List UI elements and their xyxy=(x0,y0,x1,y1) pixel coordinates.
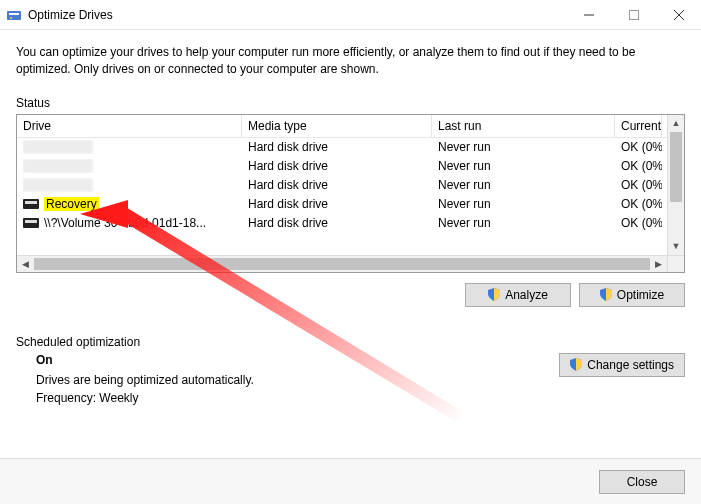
current-status: OK (0% f xyxy=(615,216,662,230)
drive-icon xyxy=(23,199,39,209)
scroll-thumb-vertical[interactable] xyxy=(670,132,682,202)
svg-rect-4 xyxy=(629,10,638,19)
shield-icon xyxy=(600,288,612,301)
scheduled-freq: Frequency: Weekly xyxy=(36,391,254,405)
drive-name: Recovery xyxy=(44,197,99,211)
scroll-thumb-horizontal[interactable] xyxy=(34,258,650,270)
table-row[interactable]: \\?\Volume 30-4b0d-01d1-18...Hard disk d… xyxy=(17,214,684,233)
table-row[interactable]: Hard disk driveNever runOK (0% f xyxy=(17,157,684,176)
footer: Close xyxy=(0,458,701,504)
scheduled-state: On xyxy=(36,353,254,367)
media-type: Hard disk drive xyxy=(242,216,432,230)
close-footer-button[interactable]: Close xyxy=(599,470,685,494)
close-button[interactable] xyxy=(656,0,701,29)
app-icon xyxy=(6,7,22,23)
vertical-scrollbar[interactable]: ▲ ▼ xyxy=(667,115,684,255)
status-label: Status xyxy=(16,96,685,110)
table-row[interactable]: Hard disk driveNever runOK (0% f xyxy=(17,138,684,157)
scroll-right-icon[interactable]: ▶ xyxy=(650,259,667,269)
current-status: OK (0% f xyxy=(615,159,662,173)
drives-list[interactable]: Drive Media type Last run Current s Hard… xyxy=(16,114,685,273)
list-header: Drive Media type Last run Current s xyxy=(17,115,684,138)
scroll-down-icon[interactable]: ▼ xyxy=(668,238,684,255)
current-status: OK (0% f xyxy=(615,197,662,211)
svg-point-2 xyxy=(10,17,12,19)
analyze-label: Analyze xyxy=(505,288,548,302)
last-run: Never run xyxy=(432,178,615,192)
shield-icon xyxy=(488,288,500,301)
analyze-button[interactable]: Analyze xyxy=(465,283,571,307)
media-type: Hard disk drive xyxy=(242,140,432,154)
drive-icon xyxy=(23,140,93,154)
change-settings-button[interactable]: Change settings xyxy=(559,353,685,377)
table-row[interactable]: RecoveryHard disk driveNever runOK (0% f xyxy=(17,195,684,214)
drive-icon xyxy=(23,178,93,192)
shield-icon xyxy=(570,358,582,371)
window-title: Optimize Drives xyxy=(28,8,113,22)
media-type: Hard disk drive xyxy=(242,159,432,173)
change-settings-label: Change settings xyxy=(587,358,674,372)
media-type: Hard disk drive xyxy=(242,197,432,211)
last-run: Never run xyxy=(432,140,615,154)
scheduled-desc: Drives are being optimized automatically… xyxy=(36,373,254,387)
media-type: Hard disk drive xyxy=(242,178,432,192)
col-media[interactable]: Media type xyxy=(242,115,432,137)
drive-name: \\?\Volume 30-4b0d-01d1-18... xyxy=(44,216,206,230)
last-run: Never run xyxy=(432,216,615,230)
scroll-corner xyxy=(667,255,684,272)
optimize-label: Optimize xyxy=(617,288,664,302)
col-last[interactable]: Last run xyxy=(432,115,615,137)
scheduled-optimization-label: Scheduled optimization xyxy=(16,335,254,349)
last-run: Never run xyxy=(432,197,615,211)
current-status: OK (0% f xyxy=(615,140,662,154)
col-drive[interactable]: Drive xyxy=(17,115,242,137)
svg-rect-1 xyxy=(9,13,19,15)
description-text: You can optimize your drives to help you… xyxy=(16,44,685,78)
scroll-left-icon[interactable]: ◀ xyxy=(17,259,34,269)
svg-rect-0 xyxy=(7,11,21,20)
optimize-button[interactable]: Optimize xyxy=(579,283,685,307)
table-row[interactable]: Hard disk driveNever runOK (0% f xyxy=(17,176,684,195)
window-buttons xyxy=(566,0,701,29)
minimize-button[interactable] xyxy=(566,0,611,29)
titlebar[interactable]: Optimize Drives xyxy=(0,0,701,30)
horizontal-scrollbar[interactable]: ◀ ▶ xyxy=(17,255,667,272)
current-status: OK (0% f xyxy=(615,178,662,192)
maximize-button[interactable] xyxy=(611,0,656,29)
close-label: Close xyxy=(627,475,658,489)
scroll-up-icon[interactable]: ▲ xyxy=(668,115,684,132)
col-status[interactable]: Current s xyxy=(615,115,662,137)
drive-icon xyxy=(23,159,93,173)
drive-icon xyxy=(23,218,39,228)
last-run: Never run xyxy=(432,159,615,173)
